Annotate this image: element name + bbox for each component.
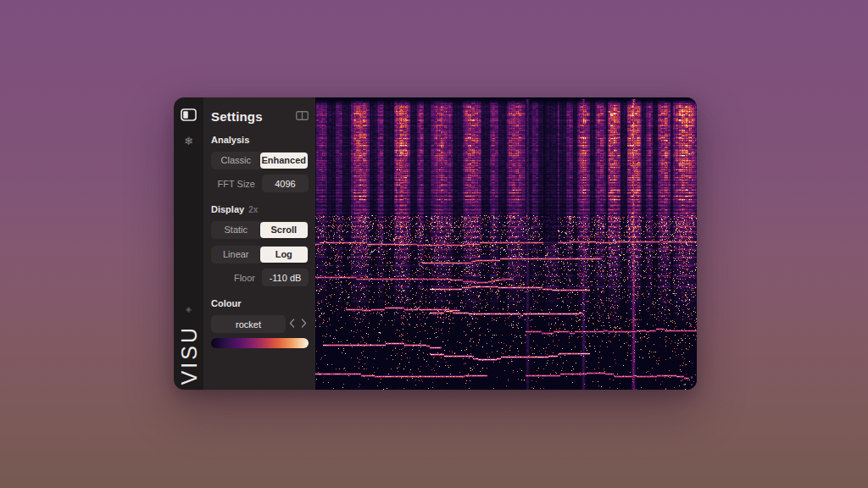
fft-size-label: FFT Size xyxy=(218,179,255,189)
fft-size-field[interactable]: 4096 xyxy=(262,175,309,192)
settings-title: Settings xyxy=(211,109,263,124)
analysis-mode-toggle: Classic Enhanced xyxy=(211,152,309,169)
colormap-preview-bar xyxy=(211,338,309,348)
panel-toggle-icon xyxy=(181,108,197,124)
visu-plugin-window: VISU Settings Analysis Classic Enhanced … xyxy=(174,97,697,390)
toggle-option-scroll[interactable]: Scroll xyxy=(260,222,309,238)
chevron-left-icon xyxy=(289,318,295,330)
colour-heading: Colour xyxy=(211,298,309,308)
chevron-right-icon xyxy=(301,318,307,330)
palette-prev-button[interactable] xyxy=(287,315,297,333)
toggle-option-enhanced[interactable]: Enhanced xyxy=(260,152,309,169)
toggle-option-linear[interactable]: Linear xyxy=(212,247,260,263)
toggle-option-classic[interactable]: Classic xyxy=(212,152,260,169)
palette-next-button[interactable] xyxy=(298,315,309,333)
scale-toggle: Linear Log xyxy=(211,246,309,263)
snowflake-icon xyxy=(184,135,193,147)
toggle-option-log[interactable]: Log xyxy=(260,247,309,263)
floor-field[interactable]: -110 dB xyxy=(262,269,309,286)
spectrogram-display xyxy=(315,97,697,390)
floor-label: Floor xyxy=(234,273,255,283)
manual-button[interactable] xyxy=(296,110,309,123)
freeze-button[interactable] xyxy=(176,130,202,152)
analysis-heading: Analysis xyxy=(211,135,309,145)
brand-logo: VISU xyxy=(178,325,199,385)
settings-panel: Settings Analysis Classic Enhanced FFT S… xyxy=(203,97,315,390)
palette-selector[interactable]: rocket xyxy=(211,315,286,333)
spectrogram-canvas[interactable] xyxy=(315,97,697,390)
panel-toggle-button[interactable] xyxy=(176,105,202,127)
display-heading: Display xyxy=(211,204,244,214)
toggle-option-static[interactable]: Static xyxy=(212,222,260,238)
sidebar-rail: VISU xyxy=(174,97,203,390)
resize-grip[interactable] xyxy=(683,376,693,385)
scroll-mode-toggle: Static Scroll xyxy=(211,221,309,239)
gem-icon xyxy=(174,300,203,315)
display-multiplier-badge: 2x xyxy=(248,205,258,214)
book-icon xyxy=(296,110,309,123)
